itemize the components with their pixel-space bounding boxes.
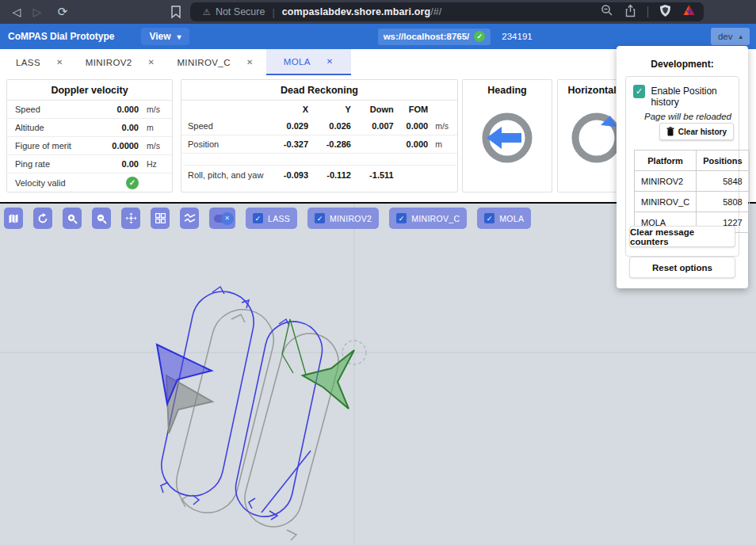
- waves-icon: [184, 213, 196, 223]
- websocket-status: ws://localhost:8765/ ✓: [378, 29, 491, 45]
- track-line-blue: [262, 451, 311, 513]
- brave-shield-icon[interactable]: [659, 4, 671, 21]
- share-icon[interactable]: [624, 4, 636, 21]
- view-menu-button[interactable]: View ▾: [141, 28, 189, 45]
- grid-view-button[interactable]: [151, 208, 170, 229]
- dr-header-row: X Y Down FOM: [181, 101, 457, 117]
- vehicle-outline-gray-2: [239, 327, 345, 533]
- tab-mola[interactable]: MOLA✕: [266, 49, 351, 75]
- tab-minirov-c[interactable]: MINIROV_C✕: [167, 49, 265, 75]
- col-positions: Positions: [697, 151, 750, 171]
- refresh-icon: [37, 213, 48, 224]
- history-toggle-button[interactable]: ✕: [209, 208, 235, 229]
- dr-row-position: Position -0.327 -0.286 0.000 m: [181, 135, 457, 154]
- checkbox-checked-icon: ✓: [253, 213, 263, 223]
- map-layers-button[interactable]: [4, 208, 23, 229]
- tab-minirov2[interactable]: MINIROV2✕: [76, 49, 168, 75]
- page-zoom-icon[interactable]: [601, 4, 613, 20]
- position-marker-green: [303, 350, 354, 409]
- pan-icon: [125, 212, 137, 224]
- close-icon[interactable]: ✕: [246, 58, 254, 67]
- tab-lass[interactable]: LASS✕: [6, 49, 76, 75]
- bookmark-icon[interactable]: [166, 5, 185, 19]
- map-toolbar: ✕ ✓ LASS ✓ MINIROV2 ✓ MINIROV_C ✓ MOLA: [4, 208, 531, 229]
- zoom-out-icon: [96, 213, 107, 224]
- platform-toggle-minirov2[interactable]: ✓ MINIROV2: [307, 208, 379, 229]
- browser-toolbar: ◁ ▷ ⟳ ⚠ Not Secure | compaslabdev.shore.…: [0, 0, 756, 24]
- track-line-green: [290, 319, 306, 375]
- tracks-button[interactable]: [180, 208, 199, 229]
- dev-menu-button[interactable]: dev ▴: [711, 28, 750, 45]
- heading-dial: [463, 106, 552, 166]
- browser-forward-icon[interactable]: ▷: [27, 6, 48, 18]
- chevron-down-icon: ▾: [178, 32, 181, 41]
- close-icon[interactable]: ✕: [56, 58, 63, 67]
- brave-logo-icon[interactable]: [682, 4, 696, 20]
- table-row: MINIROV25848: [635, 171, 750, 192]
- table-row: MINIROV_C5808: [635, 192, 750, 212]
- close-icon[interactable]: ✕: [326, 57, 334, 66]
- connected-check-icon: ✓: [474, 31, 485, 42]
- dr-spacer: [183, 154, 456, 166]
- platform-toggle-minirov-c[interactable]: ✓ MINIROV_C: [389, 208, 467, 229]
- app-title: CoMPAS Dial Prototype: [8, 31, 114, 42]
- heading-panel: Heading: [462, 79, 552, 192]
- checkbox-checked-icon: ✓: [315, 213, 325, 223]
- track-line-green-2: [282, 319, 293, 373]
- positions-table: Platform Positions MINIROV25848 MINIROV_…: [634, 150, 750, 233]
- checkbox-checked-icon: ✓: [484, 213, 494, 223]
- col-platform: Platform: [635, 151, 697, 171]
- zoom-in-icon: [67, 213, 78, 224]
- doppler-row-speed: Speed0.000m/s: [7, 101, 172, 119]
- panel-title: Heading: [463, 80, 552, 100]
- checkbox-checked-icon: ✓: [396, 213, 407, 223]
- panel-title: Doppler velocity: [7, 80, 172, 101]
- dead-reckoning-panel: Dead Reckoning X Y Down FOM Speed 0.029 …: [181, 79, 458, 192]
- position-history-label: Enable Position history: [651, 85, 739, 109]
- panel-title: Dead Reckoning: [181, 80, 457, 101]
- heading-arrow-icon: [487, 127, 521, 149]
- doppler-row-altitude: Altitude0.00m: [7, 119, 172, 137]
- doppler-row-fom: Figure of merit0.0000m/s: [7, 137, 172, 155]
- development-dropdown: Development: ✓ Enable Position history P…: [617, 46, 748, 288]
- address-bar[interactable]: ⚠ Not Secure | compaslabdev.shore.mbari.…: [190, 2, 704, 21]
- position-history-checkbox[interactable]: ✓: [633, 85, 645, 98]
- warning-icon: ⚠: [203, 7, 211, 17]
- message-counter: 234191: [502, 32, 532, 41]
- doppler-row-valid: Velocity valid ✓: [7, 173, 172, 192]
- toggle-knob-close-icon: ✕: [221, 212, 234, 225]
- page: ◁ ▷ ⟳ ⚠ Not Secure | compaslabdev.shore.…: [0, 0, 756, 545]
- dr-row-rpy: Roll, pitch, and yaw -0.093 -0.112 -1.51…: [181, 166, 457, 184]
- grid-icon: [155, 213, 166, 223]
- close-icon[interactable]: ✕: [148, 58, 155, 67]
- dr-row-speed: Speed 0.029 0.026 0.007 0.000 m/s: [181, 117, 457, 135]
- browser-reload-icon[interactable]: ⟳: [52, 5, 73, 19]
- vehicle-outline-gray-1: [170, 303, 280, 519]
- reset-options-button[interactable]: Reset options: [629, 257, 735, 278]
- browser-back-icon[interactable]: ◁: [6, 6, 27, 18]
- pan-button[interactable]: [121, 208, 140, 229]
- reload-note: Page will be reloaded: [626, 109, 739, 121]
- clear-message-counters-button[interactable]: Clear message counters: [629, 226, 735, 247]
- map-icon: [8, 213, 19, 224]
- platform-toggle-lass[interactable]: ✓ LASS: [246, 208, 297, 229]
- doppler-row-ping: Ping rate0.00Hz: [7, 155, 172, 173]
- doppler-velocity-panel: Doppler velocity Speed0.000m/s Altitude0…: [6, 79, 173, 192]
- zoom-out-button[interactable]: [92, 208, 111, 229]
- chevron-up-icon: ▴: [739, 32, 743, 40]
- address-separator: |: [272, 6, 274, 18]
- trash-icon: [666, 127, 674, 136]
- reset-view-button[interactable]: [33, 208, 52, 229]
- zoom-in-button[interactable]: [63, 208, 82, 229]
- valid-check-icon: ✓: [126, 177, 139, 189]
- clear-history-button[interactable]: Clear history: [659, 123, 734, 140]
- toggle-track: ✕: [214, 215, 231, 223]
- platform-toggle-mola[interactable]: ✓ MOLA: [477, 208, 531, 229]
- url-text: compaslabdev.shore.mbari.org/#/: [282, 6, 601, 17]
- security-label: Not Secure: [216, 6, 265, 17]
- icon-divider: [647, 6, 648, 17]
- development-title: Development:: [617, 46, 748, 70]
